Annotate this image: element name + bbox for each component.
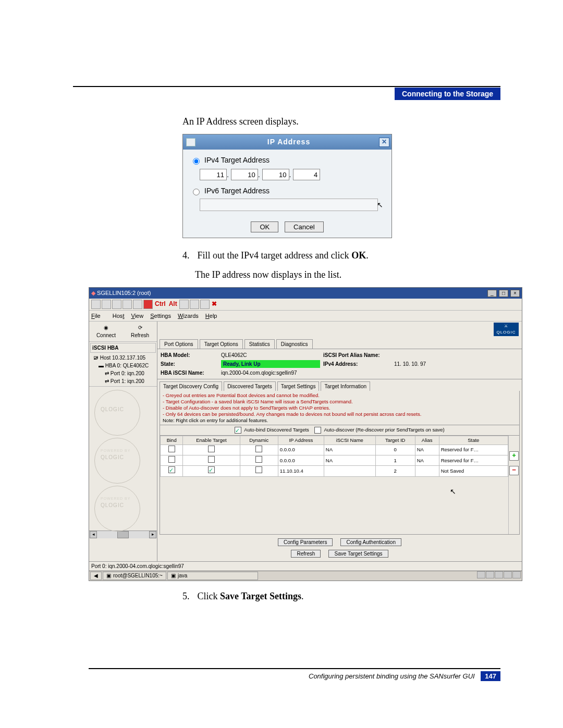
connect-button[interactable]: ◉Connect [89,322,123,341]
toolbar-text[interactable]: Alt [168,300,178,309]
menu-wizards[interactable]: Wizards [178,313,199,319]
scroll-right-icon[interactable]: ▸ [149,531,156,538]
tab-diagnostics[interactable]: Diagnostics [276,339,313,349]
toolbar-close-icon[interactable]: ✖ [211,300,218,309]
table-row[interactable]: 0.0.0.0NA0NAReserved for F… [161,445,508,455]
dynamic-checkbox[interactable] [255,446,262,452]
toolbar-icon[interactable] [102,300,111,309]
col-dynamic[interactable]: Dynamic [240,436,278,445]
dynamic-checkbox[interactable] [255,456,262,463]
tree-hba[interactable]: ▬ HBA 0: QLE4062C [90,362,156,369]
toolbar-icon[interactable] [143,300,153,309]
toolbar-icon[interactable] [179,300,189,309]
ipv4-label: IPv4 Target Address [204,155,270,166]
tab-discovery-config[interactable]: Target Discovery Config [160,381,222,391]
ipv4-radio-row[interactable]: IPv4 Target Address [190,155,270,166]
tab-statistics[interactable]: Statistics [244,339,275,349]
ipv4-octet-3[interactable] [262,169,289,180]
col-name[interactable]: iSCSI Name [324,436,375,445]
table-row[interactable]: 0.0.0.0NA1NAReserved for F… [161,455,508,466]
ipv4-radio[interactable] [193,158,200,165]
scroll-thumb[interactable] [117,531,129,538]
col-tid[interactable]: Target ID [375,436,415,445]
menu-help[interactable]: Help [205,313,217,319]
col-state[interactable]: State [439,436,508,445]
watermark: POWERED BY QLOGIC [89,483,157,530]
tree-hscroll[interactable]: ◂ ▸ [89,530,157,538]
tree-host[interactable]: 🖳 Host 10.32.137.105 [90,354,156,362]
enable-checkbox[interactable] [208,456,215,463]
window-title: ◆ SGELLIN105:2 (root) [91,289,151,298]
state-value: Ready, Link Up [221,360,320,368]
dialog-title: IP Address [199,137,379,147]
sansurfer-window: ◆ SGELLIN105:2 (root) _ □ × [89,287,522,581]
maximize-icon[interactable]: □ [499,290,508,297]
tab-discovered-targets[interactable]: Discovered Targets [224,381,275,391]
enable-checkbox[interactable] [208,466,215,473]
menubar: File Host View Settings Wizards Help [89,311,522,322]
scroll-left-icon[interactable]: ◂ [90,531,97,538]
toolbar-icon[interactable] [123,300,132,309]
cancel-button[interactable]: Cancel [285,221,323,232]
menu-settings[interactable]: Settings [150,313,171,319]
toolbar-icon[interactable] [200,300,210,309]
port-info: HBA Model:QLE4062C iSCSI Port Alias Name… [157,349,522,379]
bind-checkbox[interactable] [168,466,175,473]
auto-discover-checkbox[interactable] [314,427,321,434]
ip-address-dialog: IP Address ✕ IPv4 Target Address . . . [182,134,392,238]
status-bar: Port 0: iqn.2000-04.com.qlogic:sgellin97 [89,561,522,571]
toolbar-text[interactable]: Ctrl [154,300,167,309]
step-4-number: 4. [182,249,195,263]
tree-port0[interactable]: ⇄ Port 0: iqn.200 [90,369,156,377]
toolbar-icon[interactable] [91,300,101,309]
tab-target-settings[interactable]: Target Settings [277,381,320,391]
col-enable[interactable]: Enable Target [183,436,240,445]
task-item[interactable]: ▣ root@SGELLIN105:~ [103,572,166,580]
menu-view[interactable]: View [131,313,144,319]
col-bind[interactable]: Bind [161,436,183,445]
ipv6-input[interactable] [200,199,378,211]
step-4-text: Fill out the IPv4 target address and cli… [198,250,369,261]
toolbar-icon[interactable] [133,300,142,309]
start-button[interactable]: ◀ [90,572,102,580]
refresh-button[interactable]: ⟳Refresh [123,322,157,341]
toolbar-icon[interactable] [112,300,121,309]
minimize-icon[interactable]: _ [487,290,497,297]
close-icon[interactable]: ✕ [379,138,389,147]
enable-checkbox[interactable] [208,446,215,452]
cell-alias: NA [415,445,439,455]
add-target-button[interactable]: + [509,451,519,461]
cell-alias [415,466,439,476]
dynamic-checkbox[interactable] [255,466,262,473]
tab-port-options[interactable]: Port Options [160,339,198,349]
menu-host[interactable]: Host [113,313,125,319]
bind-checkbox[interactable] [168,456,175,463]
remove-target-button[interactable]: − [509,466,519,475]
menu-file[interactable]: File [91,313,106,319]
ok-button[interactable]: OK [251,221,278,232]
tab-target-options[interactable]: Target Options [200,339,243,349]
task-item[interactable]: ▣ java [167,572,258,580]
dialog-titlebar[interactable]: IP Address ✕ [183,134,391,150]
bind-checkbox[interactable] [168,446,175,452]
refresh-targets-button[interactable]: Refresh [291,550,321,558]
ipv4-octet-2[interactable] [231,169,258,180]
config-authentication-button[interactable]: Config Authentication [340,538,401,546]
cell-tid: 2 [375,466,415,476]
auto-bind-checkbox[interactable] [235,427,241,434]
close-window-icon[interactable]: × [510,290,520,297]
toolbar-icon[interactable] [190,300,199,309]
table-row[interactable]: 11.10.10.42Not Saved [161,466,508,476]
config-parameters-button[interactable]: Config Parameters [278,538,333,546]
ipv6-radio[interactable] [193,189,200,195]
ipv6-radio-row[interactable]: IPv6 Target Address [190,186,270,196]
col-alias[interactable]: Alias [415,436,439,445]
save-target-settings-button[interactable]: Save Target Settings [328,550,388,558]
footer-text: Configuring persistent binding using the… [309,672,475,680]
cell-name: NA [324,455,375,466]
tab-target-information[interactable]: Target Information [321,381,370,391]
ipv4-octet-1[interactable] [200,169,227,180]
ipv4-octet-4[interactable] [293,169,320,180]
col-ip[interactable]: IP Address [278,436,324,445]
tree-port1[interactable]: ⇄ Port 1: iqn.200 [90,377,156,385]
